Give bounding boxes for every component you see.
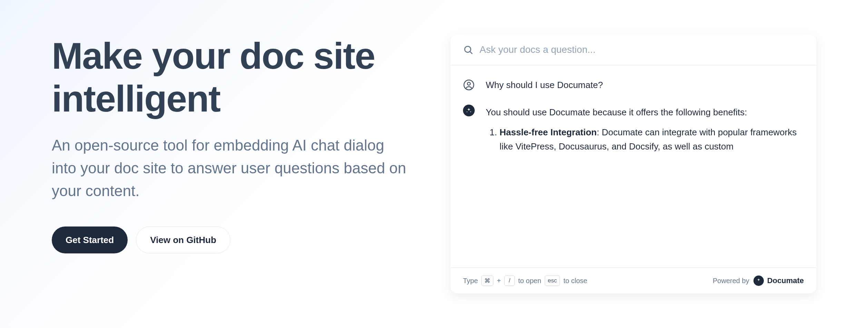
get-started-button[interactable]: Get Started xyxy=(52,226,128,253)
type-label: Type xyxy=(463,277,478,285)
hero-subtitle: An open-source tool for embedding AI cha… xyxy=(52,134,409,202)
chat-search-bar xyxy=(451,35,816,65)
answer-item-title: Hassle-free Integration xyxy=(500,127,597,137)
chat-body: Why should I use Documate? You should us… xyxy=(451,65,816,268)
bot-answer: You should use Documate because it offer… xyxy=(486,105,804,153)
to-close-label: to close xyxy=(563,277,587,285)
svg-line-1 xyxy=(470,52,472,54)
search-icon xyxy=(463,45,473,55)
view-on-github-button[interactable]: View on GitHub xyxy=(136,226,230,253)
documate-brand-text: Documate xyxy=(767,276,804,285)
cmd-key: ⌘ xyxy=(481,276,493,286)
chat-search-input[interactable] xyxy=(480,44,804,55)
hero-title: Make your doc site intelligent xyxy=(52,35,409,120)
svg-point-3 xyxy=(467,82,471,85)
hero-buttons: Get Started View on GitHub xyxy=(52,226,409,253)
user-question-text: Why should I use Documate? xyxy=(486,79,603,91)
plus-symbol: + xyxy=(497,277,501,285)
bot-message-row: You should use Documate because it offer… xyxy=(463,105,804,153)
documate-mark-icon xyxy=(753,276,764,286)
user-icon xyxy=(463,79,475,91)
footer-shortcuts: Type ⌘ + / to open esc to close xyxy=(463,276,587,286)
bot-answer-item: Hassle-free Integration: Documate can in… xyxy=(500,125,804,153)
chat-panel: Why should I use Documate? You should us… xyxy=(451,35,816,293)
documate-logo-link[interactable]: Documate xyxy=(753,276,804,286)
to-open-label: to open xyxy=(518,277,541,285)
chat-footer: Type ⌘ + / to open esc to close Powered … xyxy=(451,268,816,293)
bot-answer-intro: You should use Documate because it offer… xyxy=(486,105,804,119)
footer-branding: Powered by Documate xyxy=(713,276,804,286)
esc-key: esc xyxy=(545,276,560,286)
powered-by-label: Powered by xyxy=(713,277,749,285)
slash-key: / xyxy=(504,276,515,286)
page-container: Make your doc site intelligent An open-s… xyxy=(0,0,868,293)
bot-answer-list: Hassle-free Integration: Documate can in… xyxy=(500,125,804,153)
bot-icon xyxy=(463,105,475,116)
hero-section: Make your doc site intelligent An open-s… xyxy=(52,35,409,293)
user-message-row: Why should I use Documate? xyxy=(463,79,804,91)
